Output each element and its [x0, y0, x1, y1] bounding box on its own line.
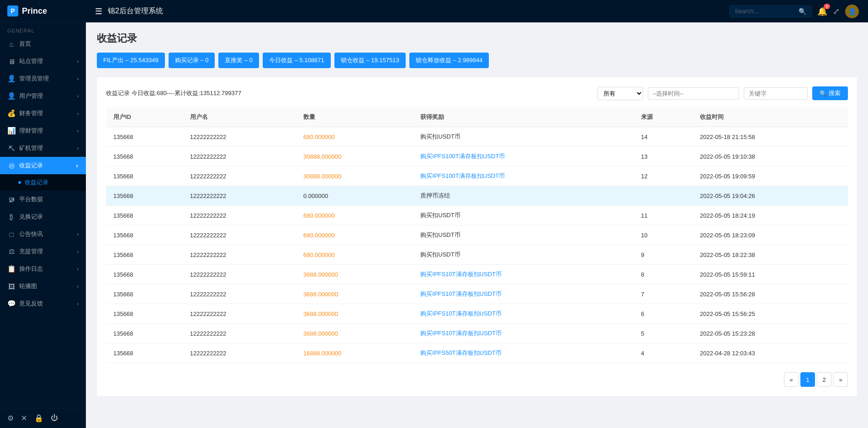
- admin-icon: 👤: [7, 75, 16, 83]
- sidebar-item-label: 操作日志: [19, 265, 43, 273]
- sidebar: P Prince GENERAL ⌂ 首页 🖥 站点管理 › 👤 管理员管理 ›…: [0, 0, 86, 428]
- cell-userid: 135668: [106, 265, 183, 284]
- cell-source: 5: [634, 324, 693, 343]
- feedback-icon: 💬: [7, 300, 16, 308]
- notice-icon: □: [7, 230, 16, 238]
- settings-icon[interactable]: ⚙: [7, 414, 14, 423]
- notification-bell[interactable]: 🔔 0: [817, 6, 827, 16]
- sidebar-item-platform[interactable]: 🖳 平台数据: [0, 191, 86, 208]
- power-icon[interactable]: ⏻: [51, 414, 58, 423]
- table-row: 135668 12222222222 0.000000 质押币冻结 2022-0…: [106, 186, 848, 206]
- chevron-right-icon: ›: [77, 232, 79, 237]
- cell-userid: 135668: [106, 147, 183, 166]
- sidebar-item-finance[interactable]: 💰 财务管理 ›: [0, 105, 86, 122]
- cell-time: 2022-05-05 19:10:38: [693, 147, 848, 166]
- cell-time: 2022-04-28 12:03:43: [693, 343, 848, 363]
- cell-username: 12222222222: [183, 166, 296, 186]
- cell-source: 9: [634, 245, 693, 265]
- sidebar-logo[interactable]: P Prince: [0, 0, 86, 22]
- content-area: 收益记录 FIL产出 – 25.543349 购买记录 – 0 直推奖 – 0 …: [86, 22, 868, 428]
- chevron-right-icon: ›: [77, 301, 79, 306]
- table-row: 135668 12222222222 680.000000 购买扣USDT币 1…: [106, 206, 848, 225]
- sidebar-item-feedback[interactable]: 💬 意见反馈 ›: [0, 295, 86, 312]
- cell-amount: 680.000000: [296, 127, 413, 147]
- cell-userid: 135668: [106, 225, 183, 245]
- pagination-prev[interactable]: «: [784, 372, 799, 387]
- chevron-down-icon: ∨: [75, 163, 79, 168]
- sidebar-item-label: 公告快讯: [19, 230, 43, 238]
- sidebar-item-label: 兑换记录: [19, 213, 43, 221]
- cell-username: 12222222222: [183, 206, 296, 225]
- menu-toggle-icon[interactable]: ☰: [95, 6, 102, 16]
- sidebar-item-site[interactable]: 🖥 站点管理 ›: [0, 53, 86, 70]
- cell-reward: 购买IPFS100T满存板扣USDT币: [413, 166, 634, 186]
- table-row: 135668 12222222222 30888.000000 购买IPFS10…: [106, 147, 848, 166]
- col-username: 用户名: [183, 107, 296, 127]
- cell-amount: 680.000000: [296, 225, 413, 245]
- chevron-right-icon: ›: [77, 128, 79, 134]
- filter-date-input[interactable]: [648, 87, 739, 100]
- sidebar-sub-item-earnings[interactable]: 收益记录: [0, 174, 86, 191]
- cell-reward: 购买IPFS10T满存板扣USDT币: [413, 284, 634, 304]
- sidebar-item-label: 收益记录: [19, 161, 43, 170]
- pagination-next[interactable]: »: [833, 372, 848, 387]
- topbar: ☰ 锦2后台管理系统 🔍 🔔 0 ⤢ 👤: [86, 0, 868, 22]
- search-button[interactable]: 🔍 搜索: [812, 86, 848, 100]
- col-amount: 数量: [296, 107, 413, 127]
- cell-reward: 购买扣USDT币: [413, 127, 634, 147]
- sidebar-item-banner[interactable]: 🖼 轮播图 ›: [0, 278, 86, 295]
- sidebar-item-withdraw[interactable]: ⚖ 充提管理 ›: [0, 243, 86, 260]
- banner-icon: 🖼: [7, 283, 16, 290]
- filter-type-select[interactable]: 所有 购买 奖励 锁仓: [598, 87, 643, 100]
- table-header-row: 用户ID 用户名 数量 获得奖励 来源 收益时间: [106, 107, 848, 127]
- cell-userid: 135668: [106, 166, 183, 186]
- miner-icon: ⛏: [7, 144, 16, 152]
- table-row: 135668 12222222222 680.000000 购买扣USDT币 1…: [106, 127, 848, 147]
- table-row: 135668 12222222222 680.000000 购买扣USDT币 1…: [106, 225, 848, 245]
- cell-userid: 135668: [106, 343, 183, 363]
- sidebar-item-admin[interactable]: 👤 管理员管理 ›: [0, 70, 86, 87]
- filter-summary: 收益记录 今日收益:680----累计收益:135112.799377: [106, 89, 593, 97]
- cell-userid: 135668: [106, 245, 183, 265]
- cell-time: 2022-05-05 18:22:38: [693, 245, 848, 265]
- sidebar-item-oplog[interactable]: 📋 操作日志 ›: [0, 260, 86, 278]
- avatar[interactable]: 👤: [845, 5, 859, 18]
- sidebar-item-wealth[interactable]: 📊 理财管理 ›: [0, 122, 86, 139]
- exchange-icon: ₿: [7, 213, 16, 221]
- sidebar-item-user[interactable]: 👤 用户管理 ›: [0, 87, 86, 105]
- sidebar-item-exchange[interactable]: ₿ 兑换记录: [0, 208, 86, 225]
- cell-amount: 3688.000000: [296, 265, 413, 284]
- data-table: 用户ID 用户名 数量 获得奖励 来源 收益时间 135668 12222222…: [106, 107, 848, 363]
- cell-userid: 135668: [106, 186, 183, 206]
- sidebar-item-label: 站点管理: [19, 57, 43, 65]
- cell-time: 2022-05-05 19:09:59: [693, 166, 848, 186]
- pagination-page-2[interactable]: 2: [817, 372, 831, 387]
- cell-source: 4: [634, 343, 693, 363]
- pagination-page-1[interactable]: 1: [800, 372, 815, 387]
- cell-time: 2022-05-05 18:24:19: [693, 206, 848, 225]
- cell-username: 12222222222: [183, 265, 296, 284]
- sidebar-item-miner[interactable]: ⛏ 矿机管理 ›: [0, 139, 86, 157]
- sidebar-item-label: 理财管理: [19, 127, 43, 135]
- lock-icon[interactable]: 🔒: [34, 414, 43, 423]
- logo-icon: P: [7, 5, 18, 16]
- cell-userid: 135668: [106, 206, 183, 225]
- search-input[interactable]: [735, 8, 799, 15]
- stat-unlock-earnings: 锁仓释放收益 – 2.989844: [409, 53, 489, 68]
- cell-userid: 135668: [106, 127, 183, 147]
- search-box[interactable]: 🔍: [730, 5, 812, 17]
- home-icon: ⌂: [7, 40, 16, 48]
- sidebar-item-notice[interactable]: □ 公告快讯 ›: [0, 225, 86, 243]
- chevron-right-icon: ›: [77, 284, 79, 289]
- sidebar-item-home[interactable]: ⌂ 首页: [0, 35, 86, 53]
- cell-amount: 0.000000: [296, 186, 413, 206]
- filter-keyword-input[interactable]: [744, 87, 808, 100]
- close-icon[interactable]: ✕: [21, 414, 27, 423]
- cell-time: 2022-05-05 15:59:11: [693, 265, 848, 284]
- pagination: « 1 2 »: [106, 372, 848, 387]
- cell-amount: 3688.000000: [296, 284, 413, 304]
- page-title: 收益记录: [97, 32, 857, 45]
- topbar-right: 🔍 🔔 0 ⤢ 👤: [730, 5, 859, 18]
- expand-icon[interactable]: ⤢: [833, 6, 840, 16]
- sidebar-item-earnings[interactable]: ◎ 收益记录 ∨: [0, 157, 86, 174]
